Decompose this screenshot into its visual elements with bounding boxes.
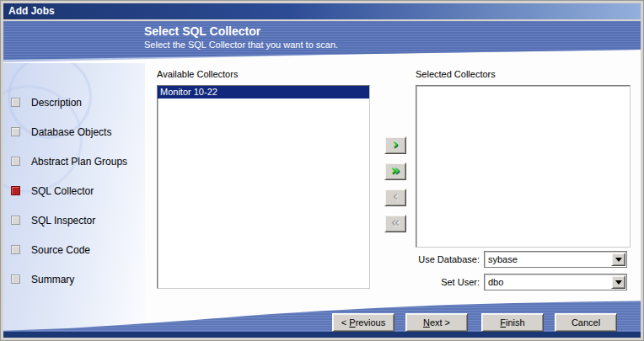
available-collectors-label: Available Collectors (157, 69, 238, 79)
set-user-dropdown-icon[interactable] (611, 275, 625, 289)
available-collectors-list[interactable]: Monitor 10-22 (157, 85, 370, 289)
move-all-right-button[interactable]: » (384, 163, 406, 180)
step-label: Source Code (31, 244, 90, 256)
cancel-button[interactable]: Cancel (555, 313, 617, 332)
finish-button[interactable]: Finish (481, 313, 544, 332)
sidebar-item-sql-collector: SQL Collector (3, 176, 145, 205)
window-title: Add Jobs (8, 5, 55, 17)
previous-button[interactable]: < Previous (332, 313, 394, 332)
titlebar[interactable]: Add Jobs (3, 3, 641, 19)
selected-collectors-label: Selected Collectors (416, 69, 496, 79)
sidebar-item-summary: Summary (3, 264, 145, 294)
set-user-select[interactable]: dbo (484, 274, 627, 290)
cancel-label: Cancel (572, 317, 600, 328)
sidebar-item-source-code: Source Code (3, 235, 145, 264)
move-right-button[interactable]: › (384, 136, 406, 154)
step-label: SQL Inspector (31, 215, 95, 226)
sidebar-item-abstract-plan-groups: Abstract Plan Groups (3, 147, 145, 176)
use-database-label: Use Database: (363, 254, 480, 264)
sidebar-item-description: Description (3, 88, 145, 117)
step-status-icon (11, 216, 20, 225)
use-database-value: sybase (485, 254, 611, 264)
add-jobs-dialog: Add Jobs Select SQL Collector Select the… (0, 0, 644, 341)
step-status-icon (11, 245, 20, 254)
bottom-strip-decoration (3, 332, 641, 338)
double-chevron-left-icon: « (391, 216, 400, 230)
dialog-body: Select SQL Collector Select the SQL Coll… (3, 21, 641, 338)
move-left-button: ‹ (384, 189, 406, 206)
step-status-icon (11, 157, 20, 166)
step-status-icon (11, 127, 20, 136)
down-arrow-icon (615, 280, 622, 285)
down-arrow-icon (615, 258, 622, 262)
step-status-icon (11, 274, 20, 284)
chevron-right-icon: › (392, 137, 398, 152)
selected-collectors-list[interactable] (416, 85, 631, 248)
chevron-left-icon: ‹ (392, 189, 398, 204)
double-chevron-right-icon: » (391, 163, 400, 178)
sidebar-item-database-objects: Database Objects (3, 117, 145, 147)
set-user-value: dbo (485, 277, 611, 287)
step-label: Database Objects (31, 126, 111, 138)
step-label: SQL Collector (31, 185, 94, 197)
set-user-label: Set User: (363, 277, 480, 287)
wizard-header: Select SQL Collector Select the SQL Coll… (3, 21, 641, 63)
step-label: Description (31, 97, 82, 109)
next-button[interactable]: Next > (405, 313, 468, 332)
use-database-dropdown-icon[interactable] (611, 253, 625, 266)
step-label: Summary (31, 274, 74, 285)
wizard-steps-sidebar: DescriptionDatabase ObjectsAbstract Plan… (3, 63, 145, 332)
list-item[interactable]: Monitor 10-22 (158, 86, 369, 99)
sidebar-item-sql-inspector: SQL Inspector (3, 205, 145, 235)
step-status-icon (11, 98, 20, 107)
use-database-select[interactable]: sybase (484, 251, 627, 268)
transfer-button-group: ›»‹« (384, 136, 406, 232)
move-all-left-button: « (384, 215, 406, 232)
step-label: Abstract Plan Groups (31, 156, 127, 168)
previous-label: < (341, 317, 349, 328)
page-title: Select SQL Collector (144, 24, 260, 38)
page-subtitle: Select the SQL Collector that you want t… (144, 40, 338, 50)
step-status-icon (11, 186, 20, 195)
